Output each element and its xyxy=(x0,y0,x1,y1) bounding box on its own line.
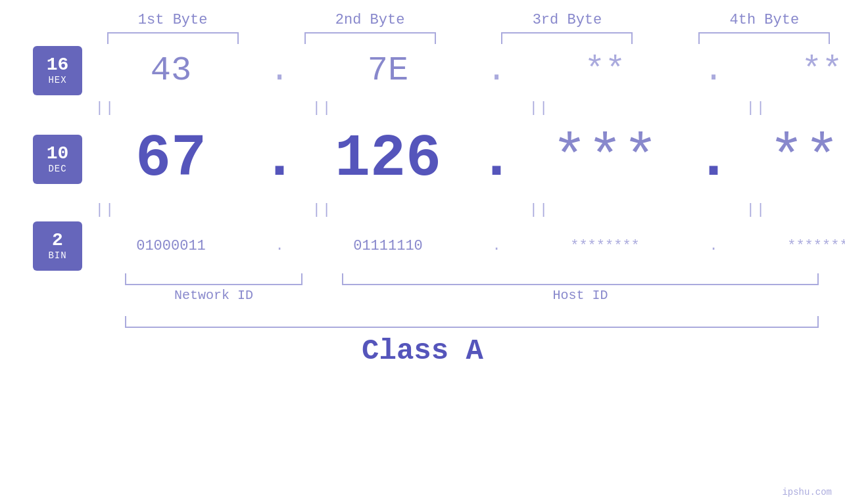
bin-val-1: 01000011 xyxy=(136,238,206,254)
byte-header-2: 2nd Byte xyxy=(335,12,405,28)
id-brackets-row xyxy=(0,273,845,285)
hex-cell-4: ** xyxy=(733,51,845,90)
byte-col-3: 3rd Byte xyxy=(487,12,648,44)
network-id-label: Network ID xyxy=(174,288,253,303)
eq-sign-3: || xyxy=(529,100,549,116)
dec-spacer: 10 DEC xyxy=(0,135,82,184)
dec-sep-2: . xyxy=(477,126,516,193)
dec-label: DEC xyxy=(48,164,66,174)
class-bracket xyxy=(125,316,819,328)
hex-label: HEX xyxy=(48,76,66,85)
bracket-top-1 xyxy=(107,32,239,44)
eq-sign-6: || xyxy=(312,202,332,218)
watermark: ipshu.com xyxy=(782,487,832,497)
eq-sign-1: || xyxy=(95,100,115,116)
eq-sign-5: || xyxy=(95,202,115,218)
dec-data-cols: 67 . 126 . *** . *** xyxy=(82,120,845,198)
hex-val-4: ** xyxy=(802,51,842,90)
host-id-label: Host ID xyxy=(552,288,608,303)
host-bracket xyxy=(342,273,819,285)
dec-sep-1: . xyxy=(260,126,299,193)
hex-full-row: 16 HEX 43 . 7E . ** . ** xyxy=(0,44,845,97)
hex-data-cols: 43 . 7E . ** . ** xyxy=(82,44,845,97)
bin-cell-2: 01111110 xyxy=(299,238,477,254)
hex-badge: 16 HEX xyxy=(33,46,82,95)
bin-dot-1: . xyxy=(275,238,283,254)
bracket-top-2 xyxy=(304,32,436,44)
dec-cell-3: *** xyxy=(516,126,694,193)
bracket-gap-1 xyxy=(302,273,342,285)
dec-dot-1: . xyxy=(262,126,297,193)
bracket-top-3 xyxy=(501,32,633,44)
eq-cell-5: || xyxy=(16,202,194,218)
bin-full-row: 2 BIN 01000011 . 01111110 . ******** . xyxy=(0,221,845,271)
dec-val-2: 126 xyxy=(335,126,441,193)
eq-data-1: || || || || xyxy=(16,97,845,120)
dec-base: 10 xyxy=(47,144,69,164)
bin-label: BIN xyxy=(48,251,66,261)
bracket-top-4 xyxy=(698,32,830,44)
bin-sep-3: . xyxy=(694,238,733,254)
hex-dot-1: . xyxy=(269,51,289,90)
bin-cell-3: ******** xyxy=(516,238,694,254)
bin-cell-4: ******** xyxy=(733,238,845,254)
class-label: Class A xyxy=(362,334,483,367)
eq-cell-7: || xyxy=(450,202,628,218)
bin-data-cols: 01000011 . 01111110 . ******** . *******… xyxy=(82,228,845,264)
eq-cell-3: || xyxy=(450,100,628,116)
hex-val-2: 7E xyxy=(368,51,408,90)
hex-base: 16 xyxy=(47,55,69,76)
byte-headers-row: 1st Byte 2nd Byte 3rd Byte 4th Byte xyxy=(0,12,845,44)
dec-dot-2: . xyxy=(479,126,514,193)
main-container: 1st Byte 2nd Byte 3rd Byte 4th Byte 16 H… xyxy=(0,0,845,504)
id-labels-row: Network ID Host ID xyxy=(0,288,845,303)
dec-val-4: *** xyxy=(769,126,845,193)
eq-sign-2: || xyxy=(312,100,332,116)
eq-cell-4: || xyxy=(667,100,845,116)
bin-spacer: 2 BIN xyxy=(0,221,82,271)
hex-sep-1: . xyxy=(260,51,299,90)
hex-val-1: 43 xyxy=(151,51,191,90)
net-bracket xyxy=(125,273,302,285)
dec-full-row: 10 DEC 67 . 126 . *** . *** xyxy=(0,120,845,198)
dec-sep-3: . xyxy=(694,126,733,193)
dec-val-3: *** xyxy=(552,126,658,193)
dec-cell-1: 67 xyxy=(82,126,260,193)
hex-cell-3: ** xyxy=(516,51,694,90)
dec-dot-3: . xyxy=(696,126,731,193)
hex-val-3: ** xyxy=(585,51,625,90)
label-gap-1 xyxy=(302,288,342,303)
bin-sep-2: . xyxy=(477,238,516,254)
byte-header-3: 3rd Byte xyxy=(533,12,602,28)
eq-row-2: || || || || xyxy=(0,198,845,221)
dec-cell-2: 126 xyxy=(299,126,477,193)
eq-cell-8: || xyxy=(667,202,845,218)
network-id-label-cell: Network ID xyxy=(125,288,302,303)
hex-dot-2: . xyxy=(486,51,506,90)
byte-col-2: 2nd Byte xyxy=(289,12,450,44)
byte-header-4: 4th Byte xyxy=(730,12,800,28)
eq-cell-1: || xyxy=(16,100,194,116)
eq-sign-4: || xyxy=(746,100,766,116)
class-label-row: Class A xyxy=(0,334,845,367)
hex-sep-3: . xyxy=(694,51,733,90)
bin-val-4: ******** xyxy=(787,238,845,254)
hex-cell-2: 7E xyxy=(299,51,477,90)
hex-sep-2: . xyxy=(477,51,516,90)
eq-cell-2: || xyxy=(233,100,411,116)
hex-spacer: 16 HEX xyxy=(0,46,82,95)
byte-header-1: 1st Byte xyxy=(138,12,208,28)
bin-dot-2: . xyxy=(492,238,500,254)
hex-cell-1: 43 xyxy=(82,51,260,90)
eq-sign-7: || xyxy=(529,202,549,218)
class-bracket-row xyxy=(0,316,845,328)
eq-row-1: || || || || xyxy=(0,97,845,120)
hex-dot-3: . xyxy=(703,51,723,90)
dec-cell-4: *** xyxy=(733,126,845,193)
bin-cell-1: 01000011 xyxy=(82,238,260,254)
bin-base: 2 xyxy=(52,231,63,251)
eq-data-2: || || || || xyxy=(16,198,845,221)
bin-sep-1: . xyxy=(260,238,299,254)
eq-cell-6: || xyxy=(233,202,411,218)
dec-badge: 10 DEC xyxy=(33,135,82,184)
